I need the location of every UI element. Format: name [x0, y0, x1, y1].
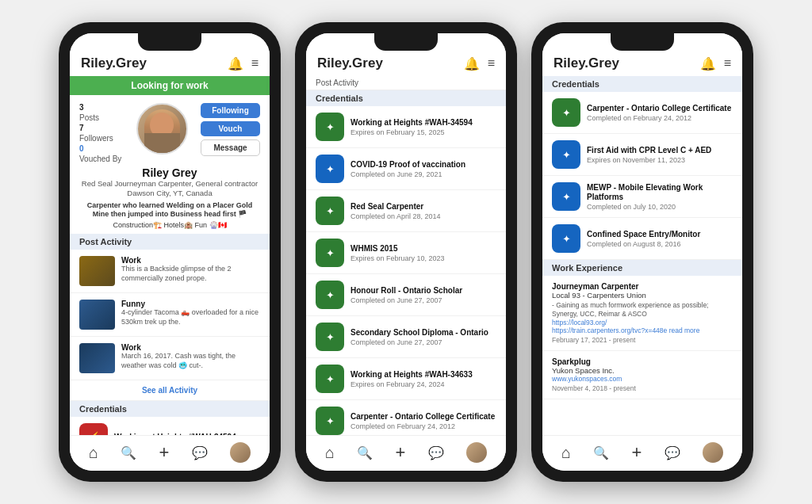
cred-item-2-1: ✦ COVID-19 Proof of vaccination Complete…	[306, 148, 506, 190]
header-icons-1: 🔔 ≡	[228, 56, 259, 71]
profile-section: 3 Posts 7 Followers	[70, 95, 270, 234]
credentials-section-header-2: Credentials	[306, 90, 506, 106]
followers-label: Followers	[79, 134, 113, 143]
cred-date-2-2: Completed on April 28, 2014	[350, 212, 496, 220]
cred-item-3-1: ✦ First Aid with CPR Level C + AED Expir…	[542, 134, 742, 176]
add-nav-1[interactable]: +	[159, 442, 170, 463]
cred-date-3-2: Completed on July 10, 2020	[587, 203, 733, 211]
followers-label-row: Followers	[79, 134, 123, 143]
cred-icon-sym-3-0: ✦	[562, 107, 571, 119]
work-org-1: Yukon Spaces Inc.	[552, 366, 733, 375]
cred-icon-3-0: ✦	[552, 98, 580, 127]
cred-content-2-1: COVID-19 Proof of vaccination Completed …	[350, 160, 496, 178]
bell-icon-3[interactable]: 🔔	[700, 56, 716, 71]
cred-name-2-5: Secondary School Diploma - Ontario	[350, 328, 496, 338]
phone-notch-3	[611, 33, 674, 51]
following-button[interactable]: Following	[201, 103, 260, 118]
header-icons-2: 🔔 ≡	[464, 56, 495, 71]
cred-content-2-4: Honour Roll - Ontario Scholar Completed …	[350, 286, 496, 304]
post-thumb-2	[79, 343, 115, 373]
see-all-activity[interactable]: See all Activity	[70, 380, 270, 401]
cred-date-2-3: Expires on February 10, 2023	[350, 254, 496, 262]
post-content-0: Work This is a Backside glimpse of the 2…	[121, 256, 260, 286]
message-nav-3[interactable]: 💬	[665, 445, 680, 460]
avatar-body	[144, 133, 180, 153]
search-nav-1[interactable]: 🔍	[121, 445, 136, 460]
credentials-section-header-3: Credentials	[542, 76, 742, 92]
cred-item-2-0: ✦ Working at Heights #WAH-34594 Expires …	[306, 106, 506, 148]
message-nav-2[interactable]: 💬	[428, 445, 444, 460]
cred-date-3-3: Completed on August 8, 2016	[587, 240, 733, 248]
cred-icon-sym-2-6: ✦	[326, 373, 335, 385]
work-link-0[interactable]: https://local93.org/	[552, 319, 733, 326]
post-text-0: This is a Backside glimpse of the 2 comm…	[121, 265, 260, 283]
cred-date-2-6: Expires on February 24, 2024	[350, 380, 496, 388]
vouch-button[interactable]: Vouch	[201, 121, 260, 136]
avatar-silhouette	[144, 109, 180, 153]
post-content-1: Funny 4-cylinder Tacoma 🛻 overloaded for…	[121, 300, 260, 330]
cred-name-2-2: Red Seal Carpenter	[350, 202, 496, 212]
vouched-stat: 0	[79, 144, 123, 153]
message-button[interactable]: Message	[201, 139, 260, 156]
cred-preview-0: ⚡ Working at Heights #WAH-34594	[70, 417, 270, 435]
cred-name-2-6: Working at Heights #WAH-34633	[350, 370, 496, 380]
work-link2-0[interactable]: https://train.carpenters.org/tvc?x=448e …	[552, 326, 733, 334]
posts-label-row: Posts	[79, 113, 123, 122]
cred-date-2-5: Completed on June 27, 2007	[350, 338, 496, 346]
nav-avatar-2[interactable]	[466, 442, 487, 463]
cred-item-2-4: ✦ Honour Roll - Ontario Scholar Complete…	[306, 274, 506, 316]
nav-avatar-1[interactable]	[230, 442, 251, 463]
post-thumb-0	[79, 256, 115, 286]
cred-content-2-6: Working at Heights #WAH-34633 Expires on…	[350, 370, 496, 388]
read-more-0[interactable]: read more	[669, 326, 700, 334]
avatar[interactable]	[136, 103, 188, 155]
cred-icon-2-5: ✦	[316, 323, 344, 351]
work-link-1[interactable]: www.yukonspaces.com	[552, 375, 733, 383]
cred-name-3-2: MEWP - Mobile Elevating Work Platforms	[587, 183, 733, 202]
add-nav-2[interactable]: +	[396, 442, 406, 463]
search-nav-2[interactable]: 🔍	[357, 445, 373, 460]
vouched-label: Vouched By	[79, 155, 121, 163]
cred-icon-sym-2-3: ✦	[326, 247, 335, 259]
home-nav-1[interactable]: ⌂	[89, 444, 98, 462]
menu-icon-2[interactable]: ≡	[488, 56, 495, 71]
vouched-label-row: Vouched By	[79, 155, 123, 163]
work-date-0: February 17, 2021 - present	[552, 336, 733, 344]
profile-tags: Construction🏗️ Hotels🏨 Fun 🎡🇨🇦	[79, 221, 260, 229]
cred-icon-sym-2-2: ✦	[326, 205, 335, 217]
bell-icon-2[interactable]: 🔔	[464, 56, 480, 71]
cred-icon-sym-2-7: ✦	[326, 415, 335, 427]
cred-content-2-2: Red Seal Carpenter Completed on April 28…	[350, 202, 496, 220]
app-logo-3: Riley.Grey	[553, 55, 619, 71]
header-icons-3: 🔔 ≡	[700, 56, 731, 71]
menu-icon-3[interactable]: ≡	[724, 56, 731, 71]
home-nav-2[interactable]: ⌂	[325, 444, 335, 462]
cred-item-2-6: ✦ Working at Heights #WAH-34633 Expires …	[306, 358, 506, 400]
work-exp-1: SparkplugYukon Spaces Inc.www.yukonspace…	[542, 351, 742, 399]
cred-icon-2-1: ✦	[316, 155, 344, 183]
home-nav-3[interactable]: ⌂	[561, 444, 571, 462]
cred-name-3-1: First Aid with CPR Level C + AED	[587, 146, 733, 155]
cred-name-3-3: Confined Space Entry/Monitor	[587, 230, 733, 239]
avatar-container	[129, 103, 194, 155]
profile-actions: Following Vouch Message	[201, 103, 260, 156]
menu-icon-1[interactable]: ≡	[251, 56, 259, 71]
bell-icon-1[interactable]: 🔔	[228, 56, 243, 71]
cred-icon-sym-2-1: ✦	[326, 163, 335, 175]
post-text-2: March 16, 2017. Cash was tight, the weat…	[121, 352, 260, 370]
message-nav-1[interactable]: 💬	[192, 445, 208, 460]
work-desc-0: - Gaining as much formwork experience as…	[552, 301, 733, 319]
cred-item-2-3: ✦ WHMIS 2015 Expires on February 10, 202…	[306, 232, 506, 274]
phone-screen-2: Riley.Grey 🔔 ≡ Post Activity Credentials…	[306, 33, 506, 471]
posts-count: 3	[79, 103, 84, 112]
search-nav-3[interactable]: 🔍	[593, 445, 609, 460]
cred-icon-preview-0: ⚡	[79, 423, 108, 435]
profile-stats: 3 Posts 7 Followers	[79, 103, 123, 163]
cred-content-2-0: Working at Heights #WAH-34594 Expires on…	[350, 118, 496, 136]
add-nav-3[interactable]: +	[632, 442, 642, 463]
nav-avatar-3[interactable]	[703, 442, 723, 463]
cred-content-3-0: Carpenter - Ontario College Certificate …	[587, 104, 733, 122]
work-experience-header: Work Experience	[542, 260, 742, 276]
cred-content-3-1: First Aid with CPR Level C + AED Expires…	[587, 146, 733, 164]
post-content-2: Work March 16, 2017. Cash was tight, the…	[121, 343, 260, 373]
